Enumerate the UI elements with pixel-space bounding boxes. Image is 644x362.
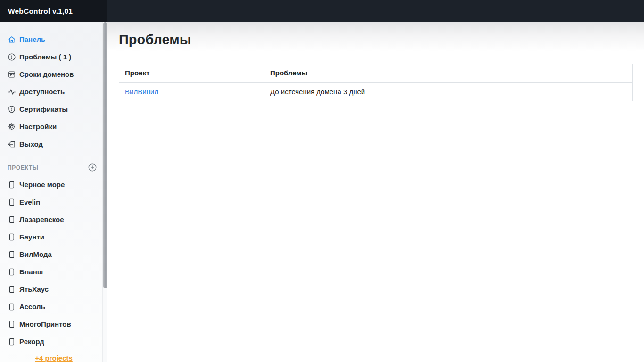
project-icon [8,181,16,189]
project-item-label: Evelin [19,198,40,206]
projects-header-label: ПРОЕКТЫ [8,165,38,171]
problems-table: Проект Проблемы ВилВинил До истечения до… [119,64,633,101]
table-header-row: Проект Проблемы [119,64,633,82]
project-icon [8,285,16,294]
sidebar-item-settings[interactable]: Настройки [0,118,107,135]
project-item-label: Бланш [19,268,43,276]
projects-section-header: ПРОЕКТЫ [0,160,107,176]
sidebar: Панель Проблемы ( 1 ) Сроки доменов Дост… [0,22,107,362]
more-projects-link[interactable]: +4 projects [0,354,107,362]
logout-icon [8,140,16,148]
sidebar-item-logout[interactable]: Выход [0,135,107,153]
sidebar-item-certificates[interactable]: Сертификаты [0,100,107,118]
cell-problem: До истечения домена 3 дней [264,82,633,101]
sidebar-item-label: Панель [19,35,45,43]
sidebar-project-item[interactable]: ВилМода [0,246,107,263]
sidebar-item-label: Настройки [19,123,57,131]
main-content: Проблемы Проект Проблемы ВилВинил До ист… [107,22,644,362]
project-item-label: Ассоль [19,303,45,311]
project-item-label: ВилМода [19,250,52,258]
sidebar-project-item[interactable]: МногоПринтов [0,315,107,333]
sidebar-item-panel[interactable]: Панель [0,31,107,48]
sidebar-item-label: Проблемы ( 1 ) [19,53,71,61]
project-link[interactable]: ВилВинил [125,88,158,96]
sidebar-project-item[interactable]: ЯтьХаус [0,280,107,298]
sidebar-project-item[interactable]: Баунти [0,228,107,246]
project-item-label: ЯтьХаус [19,285,49,293]
home-icon [8,35,16,44]
project-item-label: Рекорд [19,337,44,346]
sidebar-project-list: Черное море Evelin Лазаревское Баунти Ви… [0,176,107,350]
project-icon [8,320,16,329]
sidebar-item-label: Сертификаты [19,105,68,113]
project-icon [8,215,16,224]
sidebar-project-item[interactable]: Evelin [0,193,107,211]
project-icon [8,337,16,346]
sidebar-item-availability[interactable]: Доступность [0,83,107,100]
sidebar-item-problems[interactable]: Проблемы ( 1 ) [0,48,107,66]
project-icon [8,198,16,206]
table-row: ВилВинил До истечения домена 3 дней [119,82,633,101]
project-item-label: МногоПринтов [19,320,71,328]
sidebar-scrollbar-thumb[interactable] [103,22,107,288]
project-item-label: Лазаревское [19,215,64,223]
sidebar-project-item[interactable]: Бланш [0,263,107,280]
project-icon [8,268,16,276]
activity-icon [8,88,16,96]
alert-circle-icon [8,53,16,61]
title-divider [119,56,633,56]
column-header-problems: Проблемы [264,64,633,82]
top-bar: WebControl v.1,01 [0,0,644,22]
sidebar-item-label: Сроки доменов [19,70,74,78]
sidebar-project-item[interactable]: Рекорд [0,333,107,350]
calendar-icon [8,70,16,79]
app-logo[interactable]: WebControl v.1,01 [0,0,107,22]
sidebar-project-item[interactable]: Черное море [0,176,107,193]
shield-alert-icon [8,105,16,114]
sidebar-scrollbar-track[interactable] [102,22,107,362]
project-item-label: Черное море [19,181,65,189]
sidebar-project-item[interactable]: Ассоль [0,298,107,315]
sidebar-item-label: Выход [19,140,43,148]
project-icon [8,233,16,241]
project-item-label: Баунти [19,233,44,241]
project-icon [8,250,16,259]
project-icon [8,303,16,311]
page-title: Проблемы [119,32,633,48]
cell-project: ВилВинил [119,82,264,101]
sidebar-project-item[interactable]: Лазаревское [0,211,107,228]
sidebar-item-domain-terms[interactable]: Сроки доменов [0,66,107,83]
add-project-button[interactable] [88,163,97,173]
column-header-project: Проект [119,64,264,82]
sidebar-item-label: Доступность [19,88,65,96]
sidebar-nav: Панель Проблемы ( 1 ) Сроки доменов Дост… [0,31,107,153]
gear-icon [8,123,16,131]
plus-circle-icon [88,163,97,173]
